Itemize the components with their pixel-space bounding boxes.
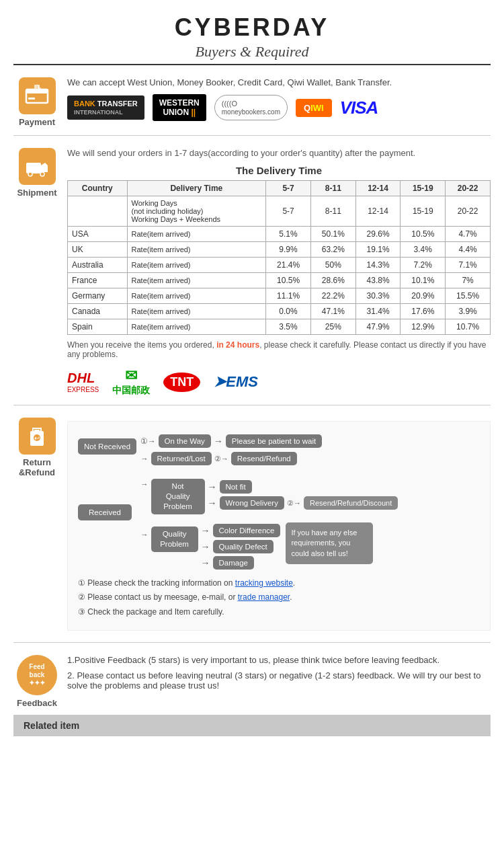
quality-problem-box: QualityProblem bbox=[151, 526, 198, 552]
any-else-area: If you have any else requirements, you c… bbox=[286, 522, 373, 564]
note-1-text: ① Please check the tracking information … bbox=[78, 576, 295, 591]
cell-v1: 21.4% bbox=[266, 258, 311, 273]
flow-middle: ①→ On the Way → Please be patient to wai… bbox=[140, 434, 398, 570]
cell-v4: 10.5% bbox=[401, 227, 446, 242]
svg-text:↓: ↓ bbox=[36, 84, 38, 90]
not-quality-row: → NotQualityProblem → Not fit → bbox=[140, 479, 398, 514]
col-20-22: 20-22 bbox=[446, 181, 491, 196]
feedback-text-1: 1.Positive Feedback (5 stars) is very im… bbox=[67, 655, 491, 665]
table-row: Canada Rate(item arrived) 0.0% 47.1% 31.… bbox=[68, 304, 491, 319]
wrong-delivery-box: Wrong Delivery bbox=[220, 496, 284, 510]
carrier-logos: DHL EXPRESS ✉ 中国邮政 TNT ➤EMS bbox=[67, 367, 491, 397]
feedback-icon-text: Feedback✦✦✦ bbox=[29, 663, 45, 687]
return-icon: ↩ bbox=[25, 424, 49, 448]
col-country: Country bbox=[68, 181, 128, 196]
arr9: → bbox=[201, 541, 210, 552]
arr2: → bbox=[214, 436, 223, 446]
return-icon-area: ↩ Return &Refund bbox=[13, 418, 60, 477]
cell-label: Rate(item arrived) bbox=[127, 273, 266, 288]
cell-v4: 12.9% bbox=[401, 319, 446, 335]
cell-v2: 22.2% bbox=[310, 288, 355, 304]
arr10: → bbox=[201, 557, 210, 568]
col-12-14: 12-14 bbox=[355, 181, 401, 196]
not-received-box: Not Received bbox=[78, 438, 136, 455]
related-item-label: Related item bbox=[24, 720, 79, 731]
feedback-icon-box: Feedback✦✦✦ bbox=[17, 655, 57, 695]
not-quality-box: NotQualityProblem bbox=[151, 479, 205, 514]
on-the-way-row: ①→ On the Way → Please be patient to wai… bbox=[140, 434, 398, 448]
not-quality-sub: → Not fit → Wrong Delivery ②→ Resend/Ref… bbox=[208, 480, 398, 510]
return-refund-section: ↩ Return &Refund Not Received Received bbox=[13, 418, 491, 634]
cell-v3: 14.3% bbox=[355, 258, 401, 273]
not-fit-row: → Not fit bbox=[208, 480, 398, 494]
cell-v5: 15.5% bbox=[446, 288, 491, 304]
quality-sub: → Color Difference → Quality Defect → bbox=[201, 524, 281, 570]
divider-1 bbox=[13, 135, 491, 136]
payment-icon: ↓ bbox=[25, 84, 49, 108]
table-row: France Rate(item arrived) 10.5% 28.6% 43… bbox=[68, 273, 491, 288]
damage-box: Damage bbox=[213, 556, 254, 570]
subheader-15-19: 15-19 bbox=[401, 196, 446, 227]
flowchart: Not Received Received ①→ On the Way → bbox=[67, 421, 491, 631]
table-row: Australia Rate(item arrived) 21.4% 50% 1… bbox=[68, 258, 491, 273]
feedback-label: Feedback bbox=[13, 698, 60, 708]
dhl-text: DHL bbox=[67, 370, 99, 386]
cell-v5: 3.9% bbox=[446, 304, 491, 319]
note-2: ② Please contact us by meesage, e-mail, … bbox=[78, 590, 480, 605]
cell-v5: 7.1% bbox=[446, 258, 491, 273]
page-subtitle: Buyers & Required bbox=[13, 43, 491, 61]
cell-v5: 4.4% bbox=[446, 242, 491, 258]
shipment-section: Shipment We will send your orders in 1-7… bbox=[13, 148, 491, 397]
delivery-table: Country Delivery Time 5-7 8-11 12-14 15-… bbox=[67, 180, 491, 335]
subheader-country bbox=[68, 196, 128, 227]
quality-defect-row: → Quality Defect bbox=[201, 540, 281, 553]
cell-v5: 10.7% bbox=[446, 319, 491, 335]
note-3-text: ③ Check the package and Item carefully. bbox=[78, 605, 224, 620]
color-diff-box: Color Difference bbox=[213, 524, 281, 537]
col-delivery: Delivery Time bbox=[127, 181, 266, 196]
related-item-footer: Related item bbox=[13, 715, 491, 736]
cell-v1: 3.5% bbox=[266, 319, 311, 335]
flow-left: Not Received Received bbox=[78, 438, 136, 520]
cell-v2: 63.2% bbox=[310, 242, 355, 258]
table-row: Spain Rate(item arrived) 3.5% 25% 47.9% … bbox=[68, 319, 491, 335]
return-content: Not Received Received ①→ On the Way → bbox=[60, 418, 491, 634]
shipment-label: Shipment bbox=[13, 188, 60, 198]
flow-top-group: Not Received Received ①→ On the Way → bbox=[78, 432, 480, 570]
qiwi-logo: QIWI bbox=[296, 99, 332, 117]
color-diff-row: → Color Difference bbox=[201, 524, 281, 537]
svg-rect-4 bbox=[26, 163, 41, 173]
notes-list: ① Please check the tracking information … bbox=[78, 576, 480, 620]
feedback-section: Feedback✦✦✦ Feedback 1.Positive Feedback… bbox=[13, 655, 491, 708]
received-row: Received bbox=[78, 504, 136, 520]
cell-label: Rate(item arrived) bbox=[127, 258, 266, 273]
col-15-19: 15-19 bbox=[401, 181, 446, 196]
wrong-delivery-row: → Wrong Delivery ②→ Resend/Refund/Discou… bbox=[208, 496, 398, 510]
cell-v3: 43.8% bbox=[355, 273, 401, 288]
cell-v1: 10.5% bbox=[266, 273, 311, 288]
tracking-link[interactable]: tracking website bbox=[235, 578, 293, 588]
cell-v4: 10.1% bbox=[401, 273, 446, 288]
arr4: → bbox=[140, 480, 149, 488]
cell-country: UK bbox=[68, 242, 128, 258]
cell-v4: 17.6% bbox=[401, 304, 446, 319]
subheader-12-14: 12-14 bbox=[355, 196, 401, 227]
damage-row: → Damage bbox=[201, 556, 281, 570]
bank-transfer-logo: BANK TRANSFERINTERNATIONAL bbox=[67, 95, 144, 120]
svg-rect-2 bbox=[28, 98, 35, 100]
divider-2 bbox=[13, 405, 491, 405]
cell-v2: 28.6% bbox=[310, 273, 355, 288]
chinapost-logo: ✉ 中国邮政 bbox=[112, 367, 150, 397]
svg-point-5 bbox=[28, 172, 32, 176]
delivery-note: When you receive the items you ordered, … bbox=[67, 340, 491, 359]
circ2: ②→ bbox=[214, 455, 228, 463]
cell-v2: 25% bbox=[310, 319, 355, 335]
chinapost-icon: ✉ bbox=[112, 367, 150, 385]
payment-icon-box: ↓ bbox=[19, 77, 56, 114]
trade-manager-link[interactable]: trade manager bbox=[238, 592, 290, 602]
note-2-text: ② Please contact us by meesage, e-mail, … bbox=[78, 590, 292, 605]
cell-v2: 50% bbox=[310, 258, 355, 273]
returned-lost-row: → Returned/Lost ②→ Resend/Refund bbox=[140, 452, 398, 465]
cell-v4: 7.2% bbox=[401, 258, 446, 273]
shipment-content: We will send your orders in 1-7 days(acc… bbox=[60, 148, 491, 397]
